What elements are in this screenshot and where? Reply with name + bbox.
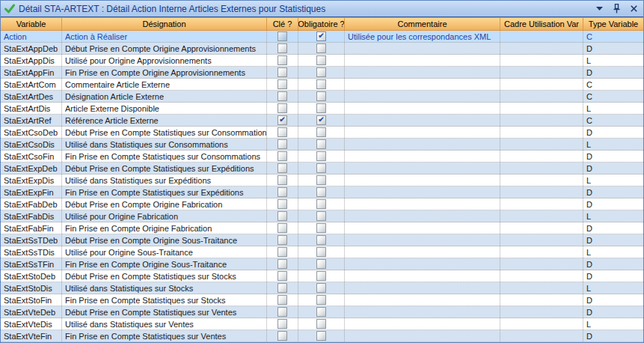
column-header-designation[interactable]: Désignation: [62, 18, 267, 30]
table-row[interactable]: StaExtSsTFin Fin Prise en Compte Origine…: [1, 258, 643, 270]
obligatoire-checkbox[interactable]: [316, 307, 326, 317]
column-header-cadre[interactable]: Cadre Utilisation Var: [500, 18, 583, 30]
obligatoire-checkbox[interactable]: [316, 43, 326, 53]
obligatoire-checkbox[interactable]: [316, 175, 326, 185]
cle-checkbox[interactable]: [277, 127, 287, 137]
table-row[interactable]: StaExtArtRef Référence Article Externe C: [1, 115, 643, 127]
table-row[interactable]: StaExtAppDis Utilisé pour Origine Approv…: [1, 55, 643, 67]
obligatoire-checkbox[interactable]: [316, 127, 326, 137]
cle-checkbox[interactable]: [277, 151, 287, 161]
table-row[interactable]: StaExtStoDeb Début Prise en Compte Stati…: [1, 270, 643, 282]
table-row[interactable]: StaExtFabDeb Début Prise en Compte Origi…: [1, 198, 643, 210]
obligatoire-checkbox[interactable]: [316, 223, 326, 233]
table-row[interactable]: StaExtCsoDis Utilisé dans Statistiques s…: [1, 139, 643, 151]
cell-type: C: [583, 115, 643, 126]
cle-checkbox[interactable]: [277, 307, 287, 317]
cle-checkbox[interactable]: [277, 43, 287, 53]
obligatoire-checkbox[interactable]: [316, 151, 326, 161]
close-icon[interactable]: [628, 4, 639, 14]
table-row[interactable]: StaExtArtCom Commentaire Article Externe…: [1, 79, 643, 91]
table-row[interactable]: StaExtCsoFin Fin Prise en Compte Statist…: [1, 151, 643, 163]
obligatoire-checkbox[interactable]: [316, 187, 326, 197]
table-row[interactable]: StaExtExpFin Fin Prise en Compte Statist…: [1, 186, 643, 198]
cle-checkbox[interactable]: [277, 187, 287, 197]
cell-designation: Désignation Article Externe: [62, 91, 267, 102]
obligatoire-checkbox[interactable]: [316, 331, 326, 341]
cle-checkbox[interactable]: [277, 163, 287, 173]
cle-checkbox[interactable]: [277, 79, 287, 89]
cle-checkbox[interactable]: [277, 223, 287, 233]
obligatoire-checkbox[interactable]: [316, 319, 326, 329]
cle-checkbox[interactable]: [277, 247, 287, 257]
obligatoire-checkbox[interactable]: [316, 247, 326, 257]
obligatoire-checkbox[interactable]: [316, 139, 326, 149]
table-row[interactable]: StaExtVteDeb Début Prise en Compte Stati…: [1, 306, 643, 318]
obligatoire-checkbox[interactable]: [316, 67, 326, 77]
cle-checkbox[interactable]: [277, 235, 287, 245]
pushpin-icon[interactable]: [611, 4, 622, 14]
cle-checkbox[interactable]: [277, 139, 287, 149]
table-row[interactable]: StaExtCsoDeb Début Prise en Compte Stati…: [1, 127, 643, 139]
cle-checkbox[interactable]: [277, 55, 287, 65]
obligatoire-checkbox[interactable]: [316, 91, 326, 101]
table-row[interactable]: StaExtVteDis Utilisé dans Statistiques s…: [1, 318, 643, 330]
obligatoire-checkbox[interactable]: [316, 79, 326, 89]
table-row[interactable]: StaExtStoDis Utilisé dans Statistiques s…: [1, 282, 643, 294]
table-row[interactable]: StaExtExpDis Utilisé dans Statistiques s…: [1, 174, 643, 186]
column-header-variable[interactable]: Variable: [1, 18, 62, 30]
cle-checkbox[interactable]: [277, 175, 287, 185]
table-row[interactable]: StaExtArtDes Désignation Article Externe…: [1, 91, 643, 103]
cell-cle: [267, 294, 298, 306]
obligatoire-checkbox[interactable]: [316, 283, 326, 293]
cell-type: D: [583, 151, 643, 162]
column-header-cle[interactable]: Clé ?: [267, 18, 298, 30]
table-row[interactable]: StaExtAppDeb Début Prise en Compte Origi…: [1, 43, 643, 55]
cle-checkbox[interactable]: [277, 331, 287, 341]
chevron-down-icon[interactable]: [594, 4, 604, 14]
table-row[interactable]: StaExtSsTDeb Début Prise en Compte Origi…: [1, 234, 643, 246]
obligatoire-checkbox[interactable]: [316, 115, 326, 125]
obligatoire-checkbox[interactable]: [316, 199, 326, 209]
obligatoire-checkbox[interactable]: [316, 259, 326, 269]
obligatoire-checkbox[interactable]: [316, 211, 326, 221]
table-row[interactable]: StaExtFabDis Utilisé pour Origine Fabric…: [1, 210, 643, 222]
column-header-commentaire[interactable]: Commentaire: [345, 18, 500, 30]
column-header-obligatoire[interactable]: Obligatoire ?: [298, 18, 345, 30]
obligatoire-checkbox[interactable]: [316, 31, 326, 41]
table-row[interactable]: StaExtStoFin Fin Prise en Compte Statist…: [1, 294, 643, 306]
obligatoire-checkbox[interactable]: [316, 295, 326, 305]
cle-checkbox[interactable]: [277, 67, 287, 77]
cle-checkbox[interactable]: [277, 283, 287, 293]
cell-obligatoire: [298, 210, 345, 222]
obligatoire-checkbox[interactable]: [316, 163, 326, 173]
table-row[interactable]: StaExtSsTDis Utilisé pour Origine Sous-T…: [1, 246, 643, 258]
cle-checkbox[interactable]: [277, 91, 287, 101]
cle-checkbox[interactable]: [277, 199, 287, 209]
cell-cadre: [500, 43, 583, 54]
column-header-type[interactable]: Type Variable: [583, 18, 643, 30]
table-row[interactable]: StaExtArtDis Article Externe Disponible …: [1, 103, 643, 115]
cle-checkbox[interactable]: [277, 295, 287, 305]
table-row[interactable]: StaExtVteFin Fin Prise en Compte Statist…: [1, 330, 643, 342]
table-row[interactable]: StaExtFabFin Fin Prise en Compte Origine…: [1, 222, 643, 234]
cle-checkbox[interactable]: [277, 259, 287, 269]
cle-checkbox[interactable]: [277, 115, 287, 125]
obligatoire-checkbox[interactable]: [316, 55, 326, 65]
cell-commentaire: [345, 91, 500, 102]
cell-type: D: [583, 258, 643, 270]
cle-checkbox[interactable]: [277, 271, 287, 281]
cell-cadre: [500, 127, 583, 138]
obligatoire-checkbox[interactable]: [316, 103, 326, 113]
cell-variable: StaExtArtDes: [1, 91, 62, 102]
table-row[interactable]: Action Action à Réaliser Utilisée pour l…: [1, 31, 643, 43]
cell-cadre: [500, 282, 583, 294]
cle-checkbox[interactable]: [277, 319, 287, 329]
cle-checkbox[interactable]: [277, 103, 287, 113]
obligatoire-checkbox[interactable]: [316, 235, 326, 245]
table-row[interactable]: StaExtAppFin Fin Prise en Compte Origine…: [1, 67, 643, 79]
table-row[interactable]: StaExtExpDeb Début Prise en Compte Stati…: [1, 163, 643, 174]
cle-checkbox[interactable]: [277, 211, 287, 221]
obligatoire-checkbox[interactable]: [316, 271, 326, 281]
cle-checkbox[interactable]: [277, 31, 287, 41]
cell-type: D: [583, 43, 643, 54]
